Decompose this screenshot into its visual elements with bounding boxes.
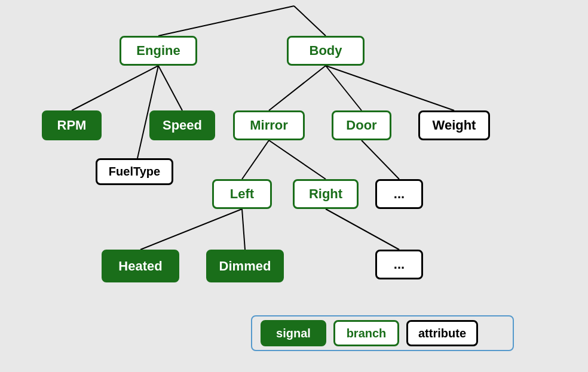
svg-line-2 xyxy=(72,66,158,110)
svg-line-13 xyxy=(326,209,399,250)
door-node: Door xyxy=(332,110,391,140)
weight-node: Weight xyxy=(418,110,490,140)
svg-line-12 xyxy=(242,209,245,250)
engine-node: Engine xyxy=(120,36,197,66)
dimmed-node: Dimmed xyxy=(206,250,284,282)
svg-line-11 xyxy=(140,209,242,250)
svg-line-1 xyxy=(294,6,326,36)
heated-node: Heated xyxy=(102,250,179,282)
body-node: Body xyxy=(287,36,365,66)
svg-line-0 xyxy=(158,6,294,36)
legend-attribute: attribute xyxy=(406,320,478,346)
svg-line-3 xyxy=(158,66,182,110)
fueltype-node: FuelType xyxy=(96,158,173,185)
diagram-container: Engine Body RPM Speed FuelType Mirror Do… xyxy=(0,0,588,372)
legend-signal: signal xyxy=(261,320,326,346)
svg-line-5 xyxy=(269,66,326,110)
left-node: Left xyxy=(212,179,272,209)
svg-line-7 xyxy=(326,66,454,110)
right-node: Right xyxy=(293,179,359,209)
svg-line-10 xyxy=(362,140,399,179)
mirror-node: Mirror xyxy=(233,110,305,140)
left-ellipsis-node: ... xyxy=(375,250,423,279)
door-ellipsis-node: ... xyxy=(375,179,423,209)
svg-line-9 xyxy=(269,140,326,179)
speed-node: Speed xyxy=(149,110,215,140)
rpm-node: RPM xyxy=(42,110,102,140)
legend-box: signal branch attribute xyxy=(251,315,514,351)
svg-line-8 xyxy=(242,140,269,179)
legend-branch: branch xyxy=(333,320,399,346)
svg-line-6 xyxy=(326,66,362,110)
